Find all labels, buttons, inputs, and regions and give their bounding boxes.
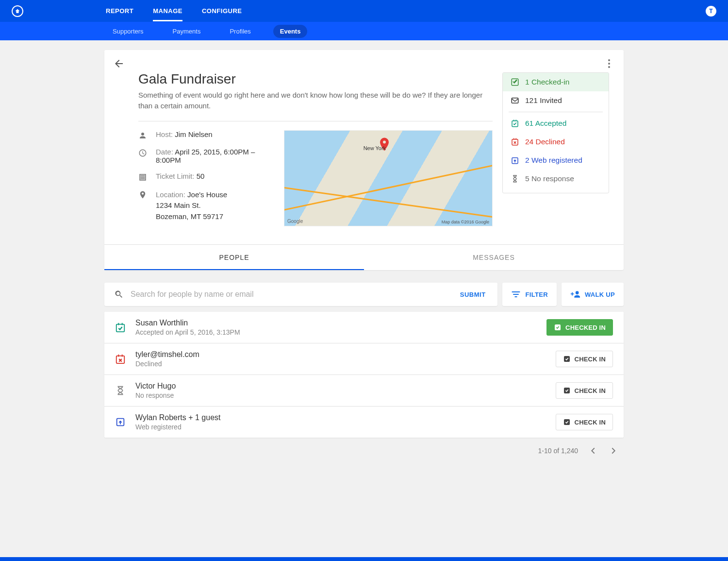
stat-checked-in-label: 1 Checked-in — [525, 78, 569, 86]
event-description: Something of event would go right here a… — [138, 90, 488, 111]
stat-no-response[interactable]: 5 No response — [503, 170, 609, 188]
person-row[interactable]: Victor Hugo No response CHECK IN — [104, 374, 624, 406]
stat-web-registered[interactable]: 2 Web registered — [503, 151, 609, 170]
check-in-button[interactable]: CHECK IN — [556, 414, 613, 430]
person-status: No response — [135, 391, 556, 399]
check-box-icon — [563, 355, 571, 363]
person-row[interactable]: tyler@timshel.com Declined CHECK IN — [104, 343, 624, 374]
location-city: Bozeman, MT 59717 — [156, 211, 227, 222]
stat-accepted[interactable]: 61 Accepted — [503, 114, 609, 133]
host-value: Jim Nielsen — [175, 130, 213, 138]
clock-icon — [138, 149, 147, 157]
web-register-icon — [115, 417, 126, 427]
map-brand: Google — [287, 219, 303, 224]
filter-icon — [511, 289, 521, 299]
subnav-profiles[interactable]: Profiles — [223, 25, 257, 38]
svg-rect-9 — [513, 138, 514, 140]
stat-declined[interactable]: 24 Declined — [503, 133, 609, 151]
next-page-button[interactable] — [608, 445, 619, 456]
map-city-label: New York — [364, 145, 386, 151]
submit-button[interactable]: SUBMIT — [458, 291, 488, 298]
event-tabs: PEOPLE MESSAGES — [104, 244, 624, 270]
tab-messages[interactable]: MESSAGES — [364, 245, 624, 270]
nav-configure[interactable]: CONFIGURE — [202, 0, 242, 21]
button-label: CHECK IN — [575, 419, 606, 426]
event-map[interactable]: New York Google Map data ©2016 Google — [284, 130, 493, 226]
event-details: Host: Jim Nielsen Date: April 25, 2015, … — [138, 130, 269, 230]
svg-rect-12 — [116, 324, 125, 332]
button-label: CHECK IN — [575, 356, 606, 363]
stat-declined-label: 24 Declined — [525, 137, 565, 146]
person-row[interactable]: Wylan Roberts + 1 guest Web registered C… — [104, 406, 624, 438]
check-box-icon — [563, 418, 571, 426]
person-name: Wylan Roberts + 1 guest — [135, 413, 556, 422]
ticket-limit-label: Ticket Limit: — [156, 172, 194, 180]
people-list: Susan Worthlin Accepted on April 5, 2016… — [104, 312, 624, 438]
filter-bar: SUBMIT FILTER WALK UP — [104, 283, 624, 306]
person-status: Accepted on April 5, 2016, 3:13PM — [135, 328, 546, 336]
nav-manage[interactable]: MANAGE — [153, 0, 182, 21]
stats-divider — [509, 112, 603, 112]
person-status: Web registered — [135, 423, 556, 431]
stat-invited[interactable]: 121 Invited — [503, 91, 609, 110]
calendar-x-icon — [115, 354, 126, 364]
filter-button[interactable]: FILTER — [502, 283, 557, 306]
check-box-icon — [563, 387, 571, 394]
svg-rect-13 — [118, 323, 119, 325]
ticket-icon — [138, 173, 147, 182]
top-bar: REPORT MANAGE CONFIGURE T — [0, 0, 728, 22]
person-name: tyler@timshel.com — [135, 350, 556, 359]
stat-invited-label: 121 Invited — [525, 96, 562, 105]
svg-rect-4 — [512, 98, 518, 103]
person-name: Susan Worthlin — [135, 319, 546, 327]
person-icon — [138, 131, 147, 140]
pagination: 1-10 of 1,240 — [104, 438, 624, 464]
person-status: Declined — [135, 360, 556, 368]
page-range: 1-10 of 1,240 — [538, 447, 578, 455]
prev-page-button[interactable] — [588, 445, 598, 456]
svg-point-1 — [608, 63, 610, 65]
location-name: Joe's House — [187, 190, 227, 199]
user-avatar[interactable]: T — [706, 6, 716, 17]
host-label: Host: — [156, 130, 173, 138]
person-name: Victor Hugo — [135, 382, 556, 391]
nav-report[interactable]: REPORT — [106, 0, 133, 21]
brand-icon[interactable] — [12, 5, 23, 17]
more-menu-button[interactable] — [603, 58, 615, 69]
walk-up-button[interactable]: WALK UP — [562, 283, 624, 306]
button-label: CHECKED IN — [565, 324, 606, 331]
button-label: CHECK IN — [575, 387, 606, 394]
event-title: Gala Fundraiser — [138, 71, 493, 87]
location-icon — [138, 190, 147, 199]
check-box-icon — [554, 323, 562, 331]
svg-rect-10 — [516, 138, 517, 140]
person-row[interactable]: Susan Worthlin Accepted on April 5, 2016… — [104, 312, 624, 343]
sub-nav: Supporters Payments Profiles Events — [0, 22, 728, 40]
hourglass-icon — [115, 385, 126, 396]
subnav-supporters[interactable]: Supporters — [106, 25, 150, 38]
map-attribution: Map data ©2016 Google — [442, 220, 489, 224]
stat-accepted-label: 61 Accepted — [525, 119, 566, 128]
svg-point-0 — [608, 59, 610, 61]
attendance-stats: 1 Checked-in 121 Invited 61 Accepted 24 … — [502, 72, 609, 193]
search-icon — [114, 289, 124, 299]
back-button[interactable] — [113, 58, 125, 69]
check-in-button[interactable]: CHECK IN — [556, 382, 613, 399]
svg-rect-6 — [513, 120, 514, 121]
search-box: SUBMIT — [104, 283, 497, 306]
svg-rect-18 — [122, 355, 123, 357]
tab-people[interactable]: PEOPLE — [104, 245, 364, 270]
date-label: Date: — [156, 148, 173, 156]
divider — [138, 121, 493, 121]
stat-checked-in[interactable]: 1 Checked-in — [503, 73, 609, 91]
subnav-payments[interactable]: Payments — [166, 25, 208, 38]
event-card: Gala Fundraiser Something of event would… — [104, 50, 624, 270]
calendar-check-icon — [115, 322, 126, 333]
filter-label: FILTER — [526, 291, 548, 298]
checked-in-button[interactable]: CHECKED IN — [546, 319, 613, 336]
check-in-button[interactable]: CHECK IN — [556, 351, 613, 367]
location-street: 1234 Main St. — [156, 200, 227, 211]
svg-rect-14 — [122, 323, 123, 325]
subnav-events[interactable]: Events — [273, 25, 308, 38]
search-input[interactable] — [130, 289, 458, 299]
